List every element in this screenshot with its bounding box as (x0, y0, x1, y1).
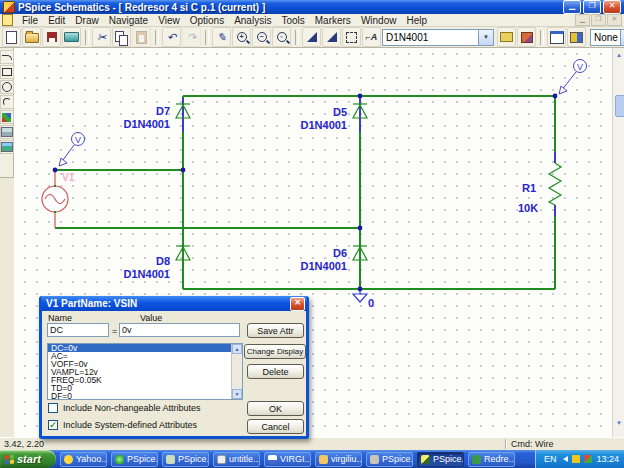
title-bar[interactable]: PSpice Schematics - [ Redresor 4 si C p.… (0, 0, 624, 14)
delete-button[interactable]: Delete (247, 364, 304, 379)
menu-analysis[interactable]: Analysis (229, 15, 276, 26)
simulate-button[interactable] (567, 27, 586, 47)
menu-navigate[interactable]: Navigate (104, 15, 153, 26)
line-tool-button[interactable] (0, 50, 14, 64)
task-untitled[interactable]: untitle... (213, 452, 260, 467)
list-scroll-down-arrow[interactable]: ▼ (232, 389, 242, 399)
cut-button[interactable]: ✂ (92, 27, 111, 47)
menu-edit[interactable]: Edit (43, 15, 70, 26)
voltage-probe-right[interactable]: V (559, 60, 587, 95)
volume-icon[interactable] (560, 456, 568, 462)
attribute-list-item[interactable]: DF=0 (48, 392, 242, 400)
edit-symbol-button[interactable] (517, 27, 536, 47)
cancel-button[interactable]: Cancel (247, 419, 304, 434)
scroll-thumb[interactable] (615, 95, 624, 117)
check-icon: ✓ (49, 420, 57, 430)
minimize-button[interactable]: ▁ (563, 0, 581, 14)
change-display-button[interactable]: Change Display (244, 344, 306, 359)
attribute-list-item[interactable]: FREQ=0.05K (48, 376, 242, 384)
menu-window[interactable]: Window (356, 15, 402, 26)
arc-tool-button[interactable] (0, 95, 14, 109)
draw-pencil-button[interactable]: ✎ (212, 27, 231, 47)
menu-file[interactable]: File (17, 15, 43, 26)
menu-draw[interactable]: Draw (70, 15, 103, 26)
resistor-R1[interactable] (549, 163, 561, 205)
task-virgiliu-folder[interactable]: virgiliu... (315, 452, 362, 467)
zoom-out-button[interactable]: − (252, 27, 271, 47)
redo-button[interactable]: ↷ (182, 27, 201, 47)
menu-tools[interactable]: Tools (276, 15, 309, 26)
menu-options[interactable]: Options (185, 15, 229, 26)
task-pspice-schematics[interactable]: PSpice... (417, 452, 464, 467)
draw-wire-button[interactable] (302, 27, 321, 47)
recent-part-combo[interactable]: D1N4001 ▼ (382, 29, 494, 46)
cursor-coordinates: 3.42, 2.20 (4, 439, 44, 449)
toolbar-separator (540, 30, 544, 45)
rectangle-tool-button[interactable] (0, 65, 14, 79)
dialog-close-button[interactable]: ✕ (290, 297, 305, 311)
new-file-button[interactable] (2, 27, 21, 47)
list-scrollbar[interactable]: ▲ ▼ (231, 344, 242, 399)
insert-picture-color-button[interactable] (0, 140, 14, 154)
restore-button[interactable]: ❐ (583, 0, 601, 14)
value-input[interactable]: 0v (119, 323, 240, 337)
dialog-title-bar[interactable]: V1 PartName: VSIN ✕ (41, 296, 307, 311)
copy-button[interactable] (112, 27, 131, 47)
attribute-list-item[interactable]: TD=0 (48, 384, 242, 392)
name-input[interactable]: DC (47, 323, 109, 337)
vertical-scrollbar[interactable]: ▲ ▼ (612, 48, 624, 437)
insert-picture-button[interactable] (0, 125, 14, 139)
zoom-area-button[interactable]: ▫ (272, 27, 291, 47)
scroll-up-arrow[interactable]: ▲ (614, 50, 624, 60)
ground-0-label: 0 (368, 297, 374, 309)
task-pspice-2[interactable]: PSpice... (162, 452, 209, 467)
attribute-list[interactable]: DC=0v AC= VOFF=0v VAMPL=12v FREQ=0.05K T… (47, 343, 243, 400)
include-nonchangeable-checkbox[interactable]: ✓ (48, 403, 58, 413)
save-button[interactable] (42, 27, 61, 47)
include-system-defined-checkbox[interactable]: ✓ (48, 420, 58, 430)
get-new-part-button[interactable]: ⌐A (362, 27, 381, 47)
chevron-down-icon[interactable]: ▼ (478, 30, 493, 45)
child-minimize-button[interactable]: ▁ (575, 14, 590, 26)
d7-part-label: D1N4001 (124, 118, 170, 130)
list-scroll-up-arrow[interactable]: ▲ (232, 344, 242, 354)
zoom-in-button[interactable]: + (232, 27, 251, 47)
print-button[interactable] (62, 27, 81, 47)
scroll-down-arrow[interactable]: ▼ (614, 418, 624, 428)
close-button[interactable]: ✕ (603, 0, 621, 14)
task-yahoo[interactable]: Yahoo... (60, 452, 107, 467)
menu-markers[interactable]: Markers (310, 15, 356, 26)
setup-analysis-button[interactable] (547, 27, 566, 47)
start-button[interactable]: start (0, 450, 56, 468)
copy-icon (115, 31, 124, 42)
task-redresor[interactable]: Redre... (468, 452, 515, 467)
save-attr-button[interactable]: Save Attr (247, 323, 304, 338)
task-virgi[interactable]: VIRGI... (264, 452, 311, 467)
tray-network-icon[interactable] (584, 455, 592, 463)
name-label: Name (48, 313, 72, 323)
undo-button[interactable]: ↶ (162, 27, 181, 47)
picture-icon (1, 127, 13, 137)
child-close-button[interactable]: ✕ (607, 14, 622, 26)
ok-button[interactable]: OK (247, 401, 304, 416)
marker-combo-value: None (594, 32, 618, 43)
menu-help[interactable]: Help (401, 15, 432, 26)
text-tool-button[interactable] (0, 110, 14, 124)
task-pspice-1[interactable]: PSpice... (111, 452, 158, 467)
child-restore-button[interactable]: ❐ (591, 14, 606, 26)
language-indicator[interactable]: EN (544, 454, 557, 464)
task-pspice-3[interactable]: PSpice... (366, 452, 413, 467)
menu-view[interactable]: View (153, 15, 185, 26)
marker-combo[interactable]: None ▼ (590, 29, 624, 46)
ellipse-tool-button[interactable] (0, 80, 14, 94)
tray-app-icon[interactable] (572, 455, 580, 463)
draw-bus-button[interactable] (322, 27, 341, 47)
open-file-button[interactable] (22, 27, 41, 47)
chevron-down-icon[interactable]: ▼ (620, 30, 624, 45)
arc-tool-icon (3, 98, 11, 106)
voltage-probe-left[interactable]: V (59, 133, 85, 167)
attribute-list-item[interactable]: DC=0v (48, 344, 242, 352)
draw-block-button[interactable] (342, 27, 361, 47)
get-recent-part-button[interactable] (497, 27, 516, 47)
paste-button[interactable] (132, 27, 151, 47)
